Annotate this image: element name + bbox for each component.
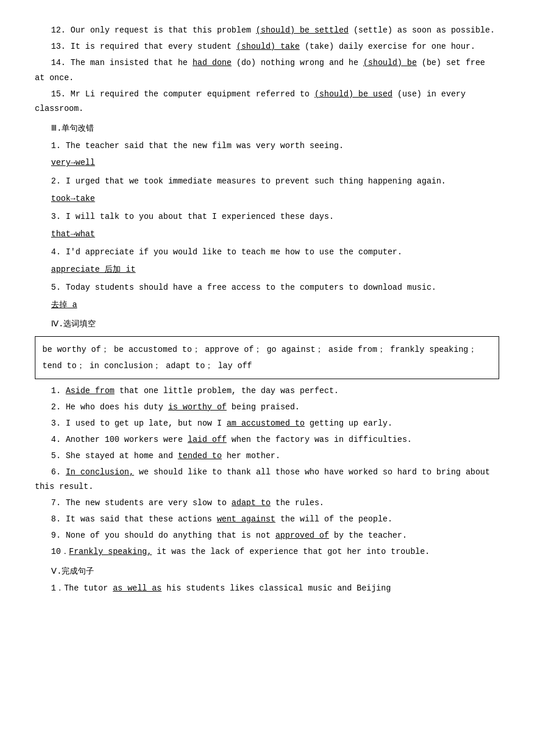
- fill-item-5: 5. She stayed at home and tended to her …: [35, 449, 499, 464]
- s3-answer-5: 去掉 a: [51, 298, 499, 312]
- sentence-14: 14. The man insisted that he had done (d…: [35, 56, 499, 86]
- fill-item-4: 4. Another 100 workers were laid off whe…: [35, 433, 499, 448]
- section3-title: Ⅲ.单句改错: [51, 121, 499, 136]
- answer-7: adapt to: [232, 498, 270, 507]
- s3-answer-1: very→well: [51, 156, 499, 170]
- fill-item-6: 6. In conclusion, we should like to than…: [35, 465, 499, 495]
- underline-14a: had done: [193, 58, 232, 67]
- answer-1: Aside from: [66, 386, 114, 395]
- vocab-word-box: be worthy of； be accustomed to； approve …: [35, 336, 499, 379]
- underline-13a: (should) take: [236, 42, 300, 51]
- underline-14b: (should) be: [363, 58, 417, 67]
- fill-item-8: 8. It was said that these actions went a…: [35, 512, 499, 527]
- answer-2: is worthy of: [168, 402, 227, 412]
- section5-title: Ⅴ.完成句子: [51, 564, 499, 579]
- s3-item-4: 4. I'd appreciate if you would like to t…: [35, 245, 499, 260]
- fill-item-3: 3. I used to get up late, but now I am a…: [35, 416, 499, 431]
- answer-3: am accustomed to: [226, 419, 304, 428]
- section4-title: Ⅳ.选词填空: [51, 317, 499, 332]
- s3-answer-2: took→take: [51, 192, 499, 206]
- s3-answer-3: that→what: [51, 227, 499, 242]
- sentence-12: 12. Our only request is that this proble…: [35, 23, 499, 38]
- complete-answer-1: as well as: [113, 584, 161, 593]
- s3-item-1: 1. The teacher said that the new film wa…: [35, 139, 499, 154]
- underline-12a: (should) be settled: [256, 26, 349, 35]
- answer-10: Frankly speaking,: [69, 547, 152, 556]
- fill-item-2: 2. He who does his duty is worthy of bei…: [35, 400, 499, 415]
- fill-item-9: 9. None of you should do anything that i…: [35, 528, 499, 543]
- fill-item-7: 7. The new students are very slow to ada…: [35, 496, 499, 511]
- answer-6: In conclusion,: [66, 467, 134, 477]
- s3-item-2: 2. I urged that we took immediate measur…: [35, 174, 499, 189]
- fill-item-1: 1. Aside from that one little problem, t…: [35, 384, 499, 399]
- answer-8: went against: [217, 514, 276, 524]
- underline-15a: (should) be used: [315, 89, 392, 99]
- s3-answer-4: appreciate 后加 it: [51, 262, 499, 277]
- fill-item-10: 10．Frankly speaking, it was the lack of …: [35, 545, 499, 560]
- s3-item-5: 5. Today students should have a free acc…: [35, 280, 499, 296]
- sentence-13: 13. It is required that every student (s…: [35, 39, 499, 55]
- answer-4: laid off: [187, 435, 226, 444]
- page-content: 12. Our only request is that this proble…: [35, 23, 499, 596]
- sentence-15: 15. Mr Li required the computer equipmen…: [35, 87, 499, 117]
- answer-9: approved of: [275, 531, 329, 540]
- s3-item-3: 3. I will talk to you about that I exper…: [35, 210, 499, 225]
- complete-item-1: 1．The tutor as well as his students like…: [35, 581, 499, 596]
- answer-5: tended to: [178, 451, 222, 460]
